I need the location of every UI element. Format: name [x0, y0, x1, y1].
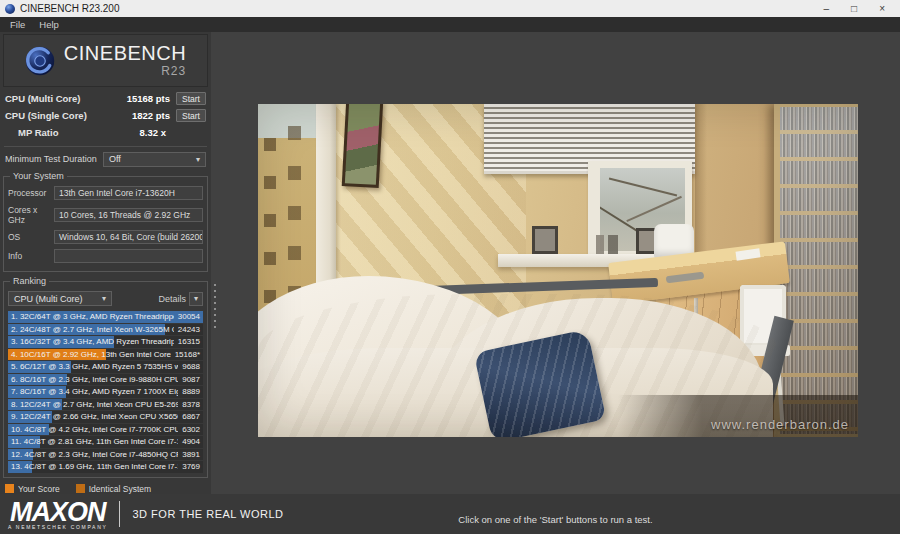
- ranking-row[interactable]: 7. 8C/16T @ 3.4 GHz, AMD Ryzen 7 1700X E…: [8, 386, 203, 398]
- benchmark-row-mp-ratio: MP Ratio 8.32 x: [3, 124, 208, 141]
- benchmark-score: 15168 pts: [127, 93, 170, 104]
- minimum-test-duration-value: Off: [109, 154, 121, 164]
- cinebench-logo: CINEBENCH R23: [3, 34, 208, 87]
- ranking-row-label: 13. 4C/8T @ 1.69 GHz, 11th Gen Intel Cor…: [8, 462, 178, 471]
- ranking-row-score: 15168*: [171, 350, 203, 359]
- minimum-test-duration-label: Minimum Test Duration: [5, 154, 97, 164]
- close-button[interactable]: ×: [879, 4, 885, 14]
- ranking-row[interactable]: 13. 4C/8T @ 1.69 GHz, 11th Gen Intel Cor…: [8, 461, 203, 473]
- ranking-row-score: 3891: [178, 450, 203, 459]
- system-field-row: Cores x GHz 10 Cores, 16 Threads @ 2.92 …: [8, 205, 203, 225]
- ranking-row[interactable]: 10. 4C/8T @ 4.2 GHz, Intel Core i7-7700K…: [8, 424, 203, 436]
- system-field-row: Processor 13th Gen Intel Core i7-13620H: [8, 186, 203, 200]
- ranking-row[interactable]: 3. 16C/32T @ 3.4 GHz, AMD Ryzen Threadri…: [8, 336, 203, 348]
- maxon-logo: MAXON A NEMETSCHEK COMPANY: [8, 499, 107, 530]
- minimum-test-duration-row: Minimum Test Duration Off ▾: [3, 151, 208, 167]
- start-single-core-button[interactable]: Start: [176, 109, 206, 122]
- benchmark-label: MP Ratio: [5, 127, 140, 138]
- legend-item: Your Score: [5, 484, 60, 494]
- ranking-row-score: 9688: [178, 362, 203, 371]
- footer-divider: [119, 501, 120, 527]
- ranking-filter-select[interactable]: CPU (Multi Core) ▾: [8, 291, 112, 306]
- maximize-button[interactable]: □: [851, 4, 857, 14]
- benchmark-score: 1822 pts: [132, 110, 170, 121]
- status-hint: Click on one of the 'Start' buttons to r…: [211, 514, 900, 525]
- sidebar: CINEBENCH R23 CPU (Multi Core) 15168 pts…: [0, 32, 211, 494]
- ranking-header: CPU (Multi Core) ▾ Details ▾: [8, 291, 203, 306]
- cores-ghz-field[interactable]: 10 Cores, 16 Threads @ 2.92 GHz: [54, 208, 203, 222]
- logo-brand: CINEBENCH: [64, 43, 186, 64]
- divider: [4, 146, 207, 147]
- chevron-down-icon: ▾: [194, 294, 198, 303]
- sill-items: [596, 235, 618, 254]
- app-icon: [5, 4, 15, 14]
- menu-help[interactable]: Help: [32, 19, 66, 30]
- your-system-title: Your System: [10, 171, 67, 181]
- ranking-row[interactable]: 8. 12C/24T @ 2.7 GHz, Intel Xeon CPU E5-…: [8, 399, 203, 411]
- main-area: www.renderbaron.de: [218, 32, 900, 494]
- details-dropdown-button[interactable]: ▾: [189, 292, 203, 306]
- legend-label: Your Score: [18, 484, 60, 494]
- ranking-row[interactable]: 9. 12C/24T @ 2.66 GHz, Intel Xeon CPU X5…: [8, 411, 203, 423]
- ranking-row-label: 10. 4C/8T @ 4.2 GHz, Intel Core i7-7700K…: [8, 425, 178, 434]
- chevron-down-icon: ▾: [102, 294, 106, 303]
- ranking-list: 1. 32C/64T @ 3 GHz, AMD Ryzen Threadripp…: [8, 311, 203, 474]
- ranking-row-score: 24243: [174, 325, 203, 334]
- legend-swatch: [5, 484, 14, 493]
- system-field-row: OS Windows 10, 64 Bit, Core (build 26200…: [8, 230, 203, 244]
- app-window: CINEBENCH R23.200 – □ × File Help: [0, 0, 900, 534]
- system-field-row: Info: [8, 249, 203, 263]
- legend-label: Identical System: [89, 484, 151, 494]
- ranking-row[interactable]: 12. 4C/8T @ 2.3 GHz, Intel Core i7-4850H…: [8, 449, 203, 461]
- menu-file[interactable]: File: [3, 19, 32, 30]
- ranking-row-label: 9. 12C/24T @ 2.66 GHz, Intel Xeon CPU X5…: [8, 412, 178, 421]
- logo-version: R23: [64, 64, 186, 78]
- ranking-row[interactable]: 5. 6C/12T @ 3.3 GHz, AMD Ryzen 5 7535HS …: [8, 361, 203, 373]
- cinebench-sphere-icon: [25, 46, 55, 76]
- ranking-row-label: 5. 6C/12T @ 3.3 GHz, AMD Ryzen 5 7535HS …: [8, 362, 178, 371]
- picture-frame: [342, 104, 384, 188]
- ranking-row[interactable]: 4. 10C/16T @ 2.92 GHz, 13th Gen Intel Co…: [8, 349, 203, 361]
- ranking-row-label: 2. 24C/48T @ 2.7 GHz, Intel Xeon W-3265M…: [8, 325, 174, 334]
- ranking-filter-value: CPU (Multi Core): [14, 294, 83, 304]
- ranking-row-score: 6867: [178, 412, 203, 421]
- ranking-row-label: 8. 12C/24T @ 2.7 GHz, Intel Xeon CPU E5-…: [8, 400, 178, 409]
- ranking-row-score: 16315: [174, 337, 203, 346]
- benchmark-label: CPU (Single Core): [5, 110, 132, 121]
- minimize-button[interactable]: –: [824, 4, 830, 14]
- benchmark-row-single-core: CPU (Single Core) 1822 pts Start: [3, 107, 208, 124]
- field-label: Info: [8, 251, 54, 261]
- ranking-row-score: 9087: [178, 375, 203, 384]
- ranking-row[interactable]: 11. 4C/8T @ 2.81 GHz, 11th Gen Intel Cor…: [8, 436, 203, 448]
- processor-field[interactable]: 13th Gen Intel Core i7-13620H: [54, 186, 203, 200]
- ranking-row-label: 4. 10C/16T @ 2.92 GHz, 13th Gen Intel Co…: [8, 350, 171, 359]
- ranking-row[interactable]: 2. 24C/48T @ 2.7 GHz, Intel Xeon W-3265M…: [8, 324, 203, 336]
- render-watermark: www.renderbaron.de: [711, 417, 849, 432]
- legend-swatch: [76, 484, 85, 493]
- minimum-test-duration-select[interactable]: Off ▾: [103, 152, 206, 167]
- ranking-row-label: 12. 4C/8T @ 2.3 GHz, Intel Core i7-4850H…: [8, 450, 178, 459]
- ranking-row-score: 8378: [178, 400, 203, 409]
- field-label: OS: [8, 232, 54, 242]
- menubar: File Help: [0, 17, 900, 32]
- field-label: Processor: [8, 188, 54, 198]
- chevron-down-icon: ▾: [196, 155, 200, 164]
- ranking-row-score: 4904: [178, 437, 203, 446]
- info-field[interactable]: [54, 249, 203, 263]
- ranking-row-label: 7. 8C/16T @ 3.4 GHz, AMD Ryzen 7 1700X E…: [8, 387, 178, 396]
- start-multi-core-button[interactable]: Start: [176, 92, 206, 105]
- maxon-subtitle: A NEMETSCHEK COMPANY: [8, 524, 107, 530]
- footer: MAXON A NEMETSCHEK COMPANY 3D FOR THE RE…: [0, 494, 900, 534]
- benchmark-label: CPU (Multi Core): [5, 93, 127, 104]
- benchmark-row-multi-core: CPU (Multi Core) 15168 pts Start: [3, 90, 208, 107]
- ranking-row[interactable]: 1. 32C/64T @ 3 GHz, AMD Ryzen Threadripp…: [8, 311, 203, 323]
- legend-item: Identical System: [76, 484, 151, 494]
- os-field[interactable]: Windows 10, 64 Bit, Core (build 26200): [54, 230, 203, 244]
- ranking-row-score: 3769: [178, 462, 203, 471]
- ranking-row-score: 8889: [178, 387, 203, 396]
- ranking-row-score: 30054: [174, 312, 203, 321]
- benchmark-score: 8.32 x: [140, 127, 166, 138]
- field-label: Cores x GHz: [8, 205, 54, 225]
- ranking-row[interactable]: 6. 8C/16T @ 2.3 GHz, Intel Core i9-9880H…: [8, 374, 203, 386]
- panel-splitter[interactable]: [211, 32, 218, 494]
